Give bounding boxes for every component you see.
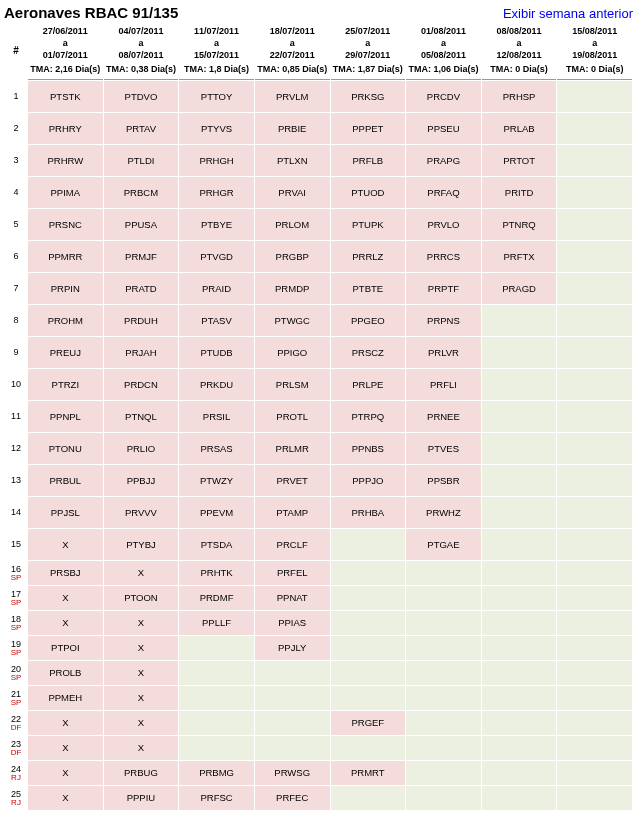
- row-number: 7: [5, 273, 27, 304]
- table-row: 4PPIMAPRBCMPRHGRPRVAIPTUODPRFAQPRITD: [5, 177, 632, 208]
- aircraft-cell: PPJSL: [28, 497, 103, 528]
- aircraft-cell: X: [28, 786, 103, 810]
- aircraft-cell: [557, 529, 632, 560]
- aircraft-cell: PTUDB: [179, 337, 254, 368]
- aircraft-cell: PRFLB: [331, 145, 406, 176]
- row-number: 14: [5, 497, 27, 528]
- aircraft-cell: PRVET: [255, 465, 330, 496]
- aircraft-cell: [557, 611, 632, 635]
- aircraft-cell: X: [28, 711, 103, 735]
- aircraft-cell: PRWHZ: [406, 497, 481, 528]
- aircraft-cell: [179, 636, 254, 660]
- aircraft-cell: PRSNC: [28, 209, 103, 240]
- aircraft-cell: PPBJJ: [104, 465, 179, 496]
- aircraft-cell: [255, 711, 330, 735]
- week-a: a: [592, 38, 597, 48]
- aircraft-cell: PRTAV: [104, 113, 179, 144]
- aircraft-cell: PTPOI: [28, 636, 103, 660]
- row-number: 10: [5, 369, 27, 400]
- aircraft-cell: [179, 711, 254, 735]
- aircraft-cell: PRLPE: [331, 369, 406, 400]
- aircraft-cell: PRAID: [179, 273, 254, 304]
- aircraft-cell: PRLMR: [255, 433, 330, 464]
- table-row: 23DFXX: [5, 736, 632, 760]
- aircraft-cell: [406, 711, 481, 735]
- aircraft-cell: PRSAS: [179, 433, 254, 464]
- aircraft-cell: PRHSP: [482, 81, 557, 112]
- row-number: 15: [5, 529, 27, 560]
- table-row: 14PPJSLPRVVVPPEVMPTAMPPRHBAPRWHZ: [5, 497, 632, 528]
- week-from: 11/07/2011: [194, 26, 239, 36]
- aircraft-cell: X: [104, 561, 179, 585]
- row-number: 4: [5, 177, 27, 208]
- aircraft-cell: PTLDI: [104, 145, 179, 176]
- aircraft-cell: [331, 611, 406, 635]
- aircraft-cell: X: [28, 761, 103, 785]
- week-a: a: [290, 38, 295, 48]
- week-from: 04/07/2011: [118, 26, 163, 36]
- row-number: 9: [5, 337, 27, 368]
- aircraft-cell: PRHBA: [331, 497, 406, 528]
- table-row: 17SPXPTOONPRDMFPPNAT: [5, 586, 632, 610]
- aircraft-cell: [482, 465, 557, 496]
- week-a: a: [365, 38, 370, 48]
- week-to: 05/08/2011: [421, 50, 466, 60]
- aircraft-cell: [482, 369, 557, 400]
- aircraft-cell: [482, 786, 557, 810]
- row-number: 8: [5, 305, 27, 336]
- aircraft-cell: PRDCN: [104, 369, 179, 400]
- aircraft-cell: [557, 586, 632, 610]
- row-number: 24RJ: [5, 761, 27, 785]
- aircraft-cell: PRHGR: [179, 177, 254, 208]
- aircraft-cell: [482, 401, 557, 432]
- aircraft-cell: [331, 736, 406, 760]
- row-region: SP: [7, 674, 25, 682]
- aircraft-cell: PRPIN: [28, 273, 103, 304]
- row-number: 17SP: [5, 586, 27, 610]
- aircraft-cell: PPPET: [331, 113, 406, 144]
- aircraft-cell: PROTL: [255, 401, 330, 432]
- aircraft-cell: [557, 113, 632, 144]
- aircraft-cell: [557, 736, 632, 760]
- aircraft-cell: [179, 736, 254, 760]
- previous-week-link[interactable]: Exibir semana anterior: [503, 6, 633, 21]
- table-row: 2PRHRYPRTAVPTYVSPRBIEPPPETPPSEUPRLAB: [5, 113, 632, 144]
- aircraft-cell: PRBMG: [179, 761, 254, 785]
- aircraft-cell: [482, 661, 557, 685]
- row-number: 5: [5, 209, 27, 240]
- table-row: 11PPNPLPTNQLPRSILPROTLPTRPQPRNEE: [5, 401, 632, 432]
- week-tma: TMA: 1,8 Dia(s): [181, 63, 252, 75]
- week-a: a: [441, 38, 446, 48]
- aircraft-cell: [406, 761, 481, 785]
- aircraft-table: # 27/06/2011a01/07/2011TMA: 2,16 Dia(s)0…: [4, 21, 633, 811]
- aircraft-cell: PTGAE: [406, 529, 481, 560]
- aircraft-cell: PRKSG: [331, 81, 406, 112]
- aircraft-cell: PPSBR: [406, 465, 481, 496]
- table-row: 22DFXXPRGEF: [5, 711, 632, 735]
- aircraft-cell: [482, 561, 557, 585]
- aircraft-cell: PTVES: [406, 433, 481, 464]
- week-to: 19/08/2011: [572, 50, 617, 60]
- aircraft-cell: PRLAB: [482, 113, 557, 144]
- aircraft-cell: [482, 529, 557, 560]
- aircraft-cell: PPJLY: [255, 636, 330, 660]
- aircraft-cell: PRHRY: [28, 113, 103, 144]
- week-to: 29/07/2011: [345, 50, 390, 60]
- aircraft-cell: PPMEH: [28, 686, 103, 710]
- aircraft-cell: PRATD: [104, 273, 179, 304]
- aircraft-cell: PTUPK: [331, 209, 406, 240]
- aircraft-cell: [406, 561, 481, 585]
- aircraft-cell: PTNQL: [104, 401, 179, 432]
- aircraft-cell: PPMRR: [28, 241, 103, 272]
- aircraft-cell: PRFAQ: [406, 177, 481, 208]
- aircraft-cell: [557, 497, 632, 528]
- aircraft-cell: PRGEF: [331, 711, 406, 735]
- row-number: 25RJ: [5, 786, 27, 810]
- aircraft-cell: [557, 401, 632, 432]
- row-region: RJ: [7, 774, 25, 782]
- aircraft-cell: PPPIU: [104, 786, 179, 810]
- aircraft-cell: PPGEO: [331, 305, 406, 336]
- aircraft-cell: [557, 81, 632, 112]
- aircraft-cell: [557, 465, 632, 496]
- week-header-4: 25/07/2011a29/07/2011TMA: 1,87 Dia(s): [331, 22, 406, 80]
